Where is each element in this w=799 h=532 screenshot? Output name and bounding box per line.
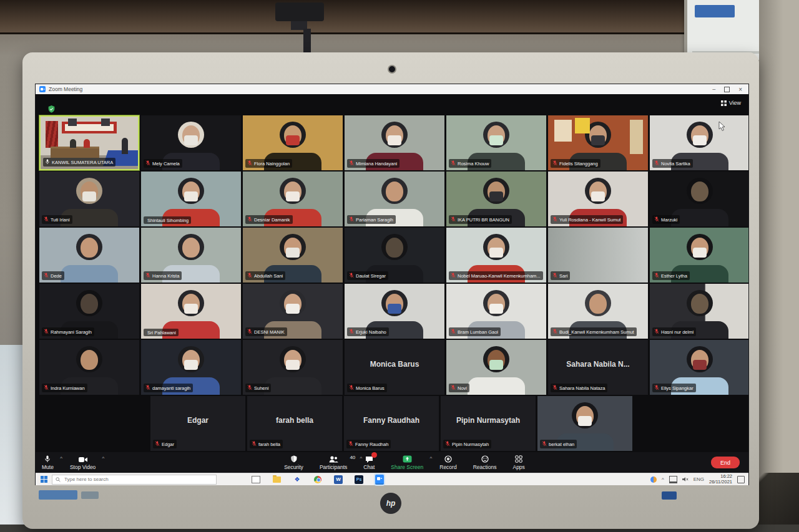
participant-tile[interactable]: Daulat Siregar	[345, 228, 444, 283]
participant-name-label: Flora Nainggolan	[245, 159, 292, 168]
task-view-icon[interactable]	[252, 475, 260, 484]
mic-muted-icon	[247, 273, 252, 279]
participant-name: Daulat Siregar	[356, 273, 386, 279]
participant-name-label: Suheni	[245, 384, 271, 392]
participant-tile[interactable]: Hanna Krista	[141, 228, 241, 283]
participant-name: Desniar Damanik	[254, 217, 290, 223]
participant-tile[interactable]: Pariaman Saragih	[345, 172, 444, 226]
participant-tile[interactable]: KANWIL SUMATERA UTARA	[39, 115, 139, 170]
participant-display-name: Sahara Nabila N...	[548, 360, 648, 369]
participant-tile[interactable]: Mimiana Handayani	[345, 115, 444, 170]
participant-tile[interactable]: Hasni nur delmi	[650, 284, 748, 339]
participant-tile[interactable]: berkat elhan	[537, 396, 632, 451]
participant-tile[interactable]: Yuli Rosdiana - Kanwil Sumut	[548, 172, 648, 226]
participant-tile[interactable]: Desniar Damanik	[243, 172, 343, 226]
participant-tile[interactable]: DESNI MANIK	[243, 284, 343, 339]
participant-tile[interactable]: Budi_Kanwil Kemenkumham Sumut	[548, 284, 648, 339]
face-mask	[578, 416, 592, 426]
participant-tile[interactable]: Indra Kurniawan	[39, 340, 139, 395]
participant-name-label: KANWIL SUMATERA UTARA	[43, 158, 115, 167]
zoom-taskbar-icon[interactable]	[375, 475, 384, 485]
participant-tile[interactable]: Pipin NurmasytahPipin Nurmasytah	[441, 396, 536, 451]
volume-muted-icon[interactable]	[682, 476, 689, 482]
face-mask	[286, 135, 300, 145]
participant-tile[interactable]: Ellys Sipangkar	[650, 340, 748, 395]
mic-muted-icon	[44, 385, 49, 392]
participant-name: Rahmayani Saragih	[51, 329, 92, 335]
participant-tile[interactable]: farah bellafarah bella	[247, 396, 342, 451]
participant-name-label: Novita Sartika	[652, 159, 693, 168]
chrome-icon[interactable]	[313, 475, 322, 484]
maximize-button[interactable]	[724, 87, 730, 92]
participant-tile[interactable]: Rahmayani Saragih	[39, 284, 139, 339]
participant-tile[interactable]: Fanny RaudhahFanny Raudhah	[344, 396, 439, 451]
participant-name-label: Edgar	[153, 440, 177, 448]
share-options-caret[interactable]: ^	[429, 455, 432, 461]
record-button[interactable]: Record	[439, 455, 456, 470]
share-screen-button[interactable]: ^ Share Screen	[391, 455, 423, 470]
face-mask	[286, 304, 300, 314]
face-mask	[286, 191, 300, 201]
action-center-icon[interactable]	[737, 476, 745, 483]
participant-tile[interactable]: Shintauli Sihombing	[141, 172, 241, 226]
participant-name-label: Nobel Maruao-Kanwil Kemenkumham...	[449, 271, 543, 280]
participant-name-label: berkat elhan	[540, 440, 577, 448]
tray-app-icon[interactable]	[650, 476, 657, 483]
participant-name-label: Dede	[42, 271, 64, 280]
participant-tile[interactable]: Erjuki Naibaho	[345, 284, 444, 339]
start-button[interactable]	[36, 473, 52, 485]
participant-tile[interactable]: EdgarEdgar	[150, 396, 245, 451]
participant-tile[interactable]: Suheni	[243, 340, 343, 395]
participants-caret[interactable]: ^	[360, 455, 363, 461]
record-icon	[444, 455, 452, 463]
participant-tile[interactable]: Abdullah Sani	[243, 228, 343, 283]
participant-tile[interactable]: Dede	[39, 228, 139, 283]
participant-name: Sahara Nabila Nataza	[559, 385, 605, 391]
participant-tile[interactable]: damayanti saragih	[141, 340, 241, 395]
participants-button[interactable]: 40 ^ Participants	[320, 455, 347, 470]
taskbar-clock[interactable]: 16:22 26/11/2021	[709, 474, 732, 485]
search-icon	[56, 477, 61, 482]
tray-chevron-icon[interactable]: ^	[662, 476, 664, 482]
dropbox-icon[interactable]: ❖	[293, 475, 301, 484]
participant-tile[interactable]: Mely Camela	[141, 115, 241, 170]
participant-tile[interactable]: Monica BarusMonica Barus	[345, 340, 444, 395]
participant-tile[interactable]: Marzuki	[650, 172, 748, 226]
mic-muted-icon	[451, 329, 456, 336]
participant-tile[interactable]: Sri Pahlawani	[141, 284, 241, 339]
participant-display-name: farah bella	[247, 416, 342, 425]
participant-tile[interactable]: Tuti Iriani	[39, 172, 139, 226]
participant-tile[interactable]: Flora Nainggolan	[243, 115, 343, 170]
participant-name: Pipin Nurmasytah	[452, 442, 489, 447]
participant-tile[interactable]: Novita Sartika	[650, 115, 748, 170]
participant-tile[interactable]: Rosima Khouw	[446, 115, 546, 170]
participant-tile[interactable]: Novi	[446, 340, 546, 395]
participant-tile[interactable]: Fidelis Sitanggang	[548, 115, 648, 170]
participant-tile[interactable]: Nobel Maruao-Kanwil Kemenkumham...	[446, 228, 546, 283]
reactions-button[interactable]: Reactions	[473, 455, 497, 470]
participant-tile[interactable]: IKA PUTRI BR BANGUN	[446, 172, 546, 226]
minimize-button[interactable]: –	[712, 87, 715, 91]
participant-tile[interactable]: Bram Lumban Gaol	[446, 284, 546, 339]
chat-button[interactable]: Chat	[363, 455, 375, 470]
screen: Zoom Meeting – × View KANWIL SUMATERA UT…	[35, 84, 749, 485]
participant-tile[interactable]: Sari	[548, 228, 648, 283]
mic-muted-icon	[451, 160, 456, 167]
apps-button[interactable]: Apps	[512, 455, 524, 470]
photoshop-icon[interactable]: Ps	[355, 475, 363, 484]
network-icon[interactable]	[669, 476, 677, 483]
participant-tile[interactable]: Sahara Nabila N...Sahara Nabila Nataza	[548, 340, 648, 395]
security-button[interactable]: Security	[284, 455, 303, 470]
end-meeting-button[interactable]: End	[711, 457, 740, 468]
ceiling-beam	[0, 0, 799, 34]
participant-tile[interactable]: Esther Lytha	[650, 228, 748, 283]
apps-grid-icon	[515, 455, 522, 463]
close-button[interactable]: ×	[738, 86, 742, 93]
participant-name-label: Mimiana Handayani	[347, 159, 400, 168]
taskbar-search[interactable]	[52, 475, 217, 485]
search-input[interactable]	[63, 476, 190, 483]
language-indicator[interactable]: ENG	[694, 476, 704, 482]
file-explorer-icon[interactable]	[272, 475, 281, 484]
projected-content	[695, 5, 735, 17]
word-icon[interactable]: W	[334, 475, 343, 484]
